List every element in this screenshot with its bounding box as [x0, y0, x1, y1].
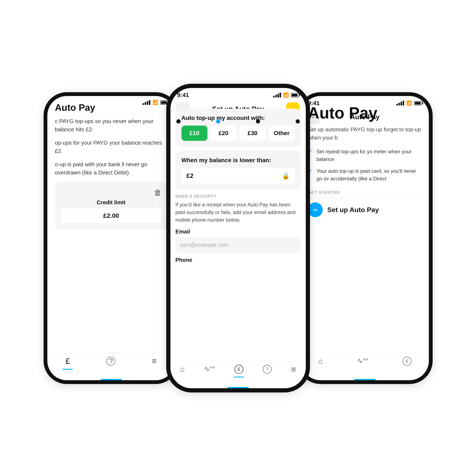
right-bottom-nav: ⌂ ∿°° £	[301, 353, 429, 380]
step-dot-amount	[216, 119, 220, 123]
right-content: Auto Pay Set up automatic PAYG top-up fo…	[301, 100, 429, 221]
step-dot-energy	[176, 119, 181, 123]
nav-pound-left[interactable]: £	[66, 357, 70, 366]
check-item-2: ✓ Your auto top-up is paid card, so you'…	[308, 167, 422, 183]
infinity-icon: ∞	[308, 202, 323, 217]
nav-menu-left[interactable]: ≡	[152, 357, 157, 365]
right-subtitle: Set up automatic PAYG top-up forget to t…	[308, 125, 422, 142]
left-title: Auto Pay	[55, 102, 168, 113]
divider	[308, 198, 422, 198]
menu-icon-left: ≡	[152, 357, 157, 365]
check-item-1: ✓ Set repeat top-ups for yo meter when y…	[308, 148, 422, 163]
chart-icon-right: ∿°°	[357, 357, 368, 365]
center-bottom-nav: ⌂ ∿°° £ ? ≡	[170, 361, 306, 388]
setup-btn-label: Set up Auto Pay	[327, 206, 379, 214]
setup-auto-pay-btn[interactable]: ∞ Set up Auto Pay	[308, 202, 422, 217]
step-dot-pay	[256, 119, 260, 123]
nav-chart-center[interactable]: ∿°°	[204, 365, 215, 373]
nav-chart-right[interactable]: ∿°°	[357, 357, 368, 365]
phone-field-label: Phone	[175, 257, 301, 263]
center-time: 9:41	[177, 92, 189, 99]
left-body-1: c PAYG top-ups so you never when your ba…	[55, 117, 168, 134]
left-body-3: o-up is paid with your bank ll never go …	[55, 160, 168, 177]
credit-limit-value: £2.00	[61, 208, 162, 223]
home-icon-center: ⌂	[180, 365, 185, 374]
signal-icon-center	[273, 93, 281, 98]
amount-btn-20[interactable]: £20	[210, 126, 237, 141]
home-icon-right: ⌂	[318, 357, 323, 366]
pound-icon-center: £	[235, 365, 243, 374]
right-main-title: Auto Pay	[308, 104, 422, 122]
left-bottom-nav: £ ? ≡	[47, 353, 175, 380]
chart-icon-center: ∿°°	[204, 365, 215, 373]
check-list: ✓ Set repeat top-ups for yo meter when y…	[308, 148, 422, 183]
receipt-section: NEED A RECEIPT? If you'd like a receipt …	[170, 194, 306, 263]
nav-pound-center[interactable]: £	[235, 365, 243, 374]
get-started-label: GET STARTED	[308, 190, 422, 195]
nav-menu-center[interactable]: ≡	[291, 365, 296, 374]
amount-options: £10 £20 £30 Other	[181, 126, 295, 141]
scene: 📶 Auto Pay c PAYG top-ups so you never w…	[0, 0, 476, 476]
nav-pound-right[interactable]: £	[403, 357, 411, 366]
amount-btn-other[interactable]: Other	[269, 126, 295, 141]
check-text-1: Set repeat top-ups for yo meter when you…	[317, 148, 422, 163]
balance-card: When my balance is lower than: £2 🔒	[175, 151, 301, 190]
credit-limit-label: Credit limit	[61, 199, 162, 206]
nav-home-right[interactable]: ⌂	[318, 357, 323, 366]
pound-icon-right: £	[403, 357, 411, 366]
nav-home-center[interactable]: ⌂	[180, 365, 185, 374]
menu-icon-center: ≡	[291, 365, 296, 374]
email-input[interactable]: sam@example.com	[175, 237, 301, 253]
center-status-bar: 9:41 📶	[170, 88, 306, 101]
balance-input-row: £2 🔒	[181, 168, 295, 184]
wifi-icon-center: 📶	[283, 92, 289, 98]
battery-icon-center	[291, 93, 299, 97]
nav-help-left[interactable]: ?	[106, 357, 115, 366]
email-field-label: Email	[175, 228, 301, 235]
center-phone: 9:41 📶 ← Set up Auto Pay ⚡	[166, 84, 310, 392]
help-icon: ?	[106, 357, 115, 366]
balance-value: £2	[187, 172, 193, 179]
nav-help-center[interactable]: ?	[263, 365, 272, 374]
balance-title: When my balance is lower than:	[181, 157, 295, 164]
check-text-2: Your auto top-up is paid card, so you'll…	[317, 167, 422, 183]
help-icon-center: ?	[263, 365, 272, 374]
amount-btn-30[interactable]: £30	[239, 126, 266, 141]
left-content: Auto Pay c PAYG top-ups so you never whe…	[47, 96, 175, 229]
receipt-label: NEED A RECEIPT?	[175, 194, 301, 199]
credit-limit-card: 🗑 Credit limit £2.00	[55, 182, 168, 229]
step-dot-done	[296, 119, 300, 123]
pound-icon: £	[66, 357, 70, 366]
amount-btn-10[interactable]: £10	[181, 126, 208, 141]
right-phone: 9:41 📶 ← Auto Pay Auto Pay Set up automa…	[297, 92, 433, 384]
trash-icon[interactable]: 🗑	[61, 188, 162, 197]
auto-topup-title: Auto top-up my account with:	[181, 115, 295, 121]
left-body-2: op-ups for your PAYG your balance reache…	[55, 139, 168, 155]
auto-topup-card: Auto top-up my account with: £10 £20 £30…	[175, 109, 301, 147]
left-phone: 📶 Auto Pay c PAYG top-ups so you never w…	[44, 92, 179, 384]
receipt-desc: If you'd like a receipt when your Auto P…	[175, 201, 301, 224]
lock-icon: 🔒	[282, 172, 290, 180]
